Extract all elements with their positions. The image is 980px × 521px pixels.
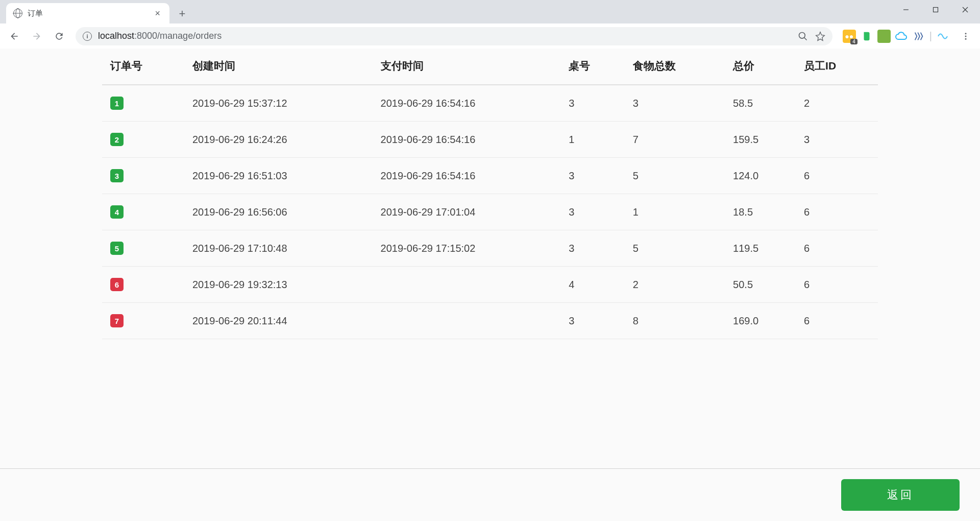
order-id-badge[interactable]: 2 — [110, 133, 124, 146]
svg-point-8 — [965, 38, 967, 39]
col-order-no: 订单号 — [102, 49, 184, 85]
cell-paid-at — [373, 303, 561, 339]
browser-tab[interactable]: 订单 × — [6, 3, 169, 23]
cell-total-price: 169.0 — [725, 303, 796, 339]
cell-table-no: 3 — [560, 230, 624, 267]
extension-icon[interactable] — [877, 30, 891, 43]
browser-chrome: 订单 × + i localhost:8000 — [0, 0, 980, 49]
separator: | — [929, 30, 932, 42]
cell-table-no: 3 — [560, 158, 624, 194]
table-row[interactable]: 42019-06-29 16:56:062019-06-29 17:01:043… — [102, 194, 878, 230]
svg-line-5 — [804, 37, 806, 40]
extension-icon[interactable] — [912, 30, 925, 43]
cell-table-no: 3 — [560, 194, 624, 230]
cell-created-at: 2019-06-29 16:24:26 — [184, 122, 373, 158]
cell-table-no: 4 — [560, 267, 624, 303]
table-header-row: 订单号 创建时间 支付时间 桌号 食物总数 总价 员工ID — [102, 49, 878, 85]
cell-food-count: 3 — [625, 85, 725, 122]
cell-table-no: 3 — [560, 85, 624, 122]
close-window-button[interactable] — [950, 0, 980, 19]
bookmark-star-icon[interactable] — [815, 31, 825, 41]
browser-menu-button[interactable] — [957, 27, 975, 45]
evernote-extension-icon[interactable] — [860, 30, 873, 43]
zoom-icon[interactable] — [798, 31, 808, 41]
cell-paid-at — [373, 267, 561, 303]
extension-icons: ●● | — [840, 30, 952, 43]
extension-icon[interactable]: ●● — [843, 30, 856, 43]
forward-button[interactable] — [28, 27, 46, 45]
extension-icon[interactable] — [936, 30, 949, 43]
site-info-icon[interactable]: i — [83, 32, 92, 41]
cell-employee-id: 3 — [796, 122, 878, 158]
table-row[interactable]: 52019-06-29 17:10:482019-06-29 17:15:023… — [102, 230, 878, 267]
cell-paid-at: 2019-06-29 17:15:02 — [373, 230, 561, 267]
col-food-count: 食物总数 — [625, 49, 725, 85]
back-button[interactable] — [5, 27, 23, 45]
cell-paid-at: 2019-06-29 16:54:16 — [373, 85, 561, 122]
tab-title: 订单 — [28, 9, 148, 18]
cell-paid-at: 2019-06-29 16:54:16 — [373, 122, 561, 158]
cell-created-at: 2019-06-29 17:10:48 — [184, 230, 373, 267]
order-id-badge[interactable]: 6 — [110, 278, 124, 291]
cell-employee-id: 2 — [796, 85, 878, 122]
cell-created-at: 2019-06-29 16:56:06 — [184, 194, 373, 230]
cell-table-no: 3 — [560, 303, 624, 339]
order-id-badge[interactable]: 3 — [110, 169, 124, 182]
cell-total-price: 159.5 — [725, 122, 796, 158]
order-id-badge[interactable]: 7 — [110, 314, 124, 327]
order-id-badge[interactable]: 1 — [110, 97, 124, 110]
orders-table: 订单号 创建时间 支付时间 桌号 食物总数 总价 员工ID 12019-06-2… — [102, 49, 878, 339]
svg-point-6 — [965, 33, 967, 34]
browser-toolbar: i localhost:8000/manage/orders ●● — [0, 23, 980, 49]
new-tab-button[interactable]: + — [174, 5, 191, 22]
globe-icon — [13, 9, 22, 18]
svg-rect-1 — [934, 8, 938, 12]
cell-paid-at: 2019-06-29 16:54:16 — [373, 158, 561, 194]
cell-employee-id: 6 — [796, 303, 878, 339]
maximize-button[interactable] — [921, 0, 950, 19]
tab-bar: 订单 × + — [0, 0, 980, 23]
cell-food-count: 7 — [625, 122, 725, 158]
return-button[interactable]: 返回 — [841, 479, 960, 511]
cell-employee-id: 6 — [796, 194, 878, 230]
address-bar[interactable]: i localhost:8000/manage/orders — [76, 27, 832, 45]
minimize-button[interactable] — [891, 0, 921, 19]
cell-food-count: 2 — [625, 267, 725, 303]
cell-paid-at: 2019-06-29 17:01:04 — [373, 194, 561, 230]
table-row[interactable]: 62019-06-29 19:32:134250.56 — [102, 267, 878, 303]
cell-total-price: 58.5 — [725, 85, 796, 122]
cell-food-count: 1 — [625, 194, 725, 230]
url-path: :8000/manage/orders — [134, 31, 222, 41]
cell-food-count: 5 — [625, 158, 725, 194]
svg-point-7 — [965, 35, 967, 37]
cell-created-at: 2019-06-29 15:37:12 — [184, 85, 373, 122]
cloud-extension-icon[interactable] — [895, 30, 908, 43]
cell-food-count: 5 — [625, 230, 725, 267]
cell-employee-id: 6 — [796, 267, 878, 303]
col-employee-id: 员工ID — [796, 49, 878, 85]
col-total-price: 总价 — [725, 49, 796, 85]
url-host: localhost — [98, 31, 134, 41]
cell-created-at: 2019-06-29 20:11:44 — [184, 303, 373, 339]
cell-total-price: 18.5 — [725, 194, 796, 230]
window-controls — [891, 0, 980, 20]
col-created-at: 创建时间 — [184, 49, 373, 85]
reload-button[interactable] — [50, 27, 68, 45]
cell-created-at: 2019-06-29 19:32:13 — [184, 267, 373, 303]
table-row[interactable]: 22019-06-29 16:24:262019-06-29 16:54:161… — [102, 122, 878, 158]
cell-table-no: 1 — [560, 122, 624, 158]
cell-food-count: 8 — [625, 303, 725, 339]
order-id-badge[interactable]: 5 — [110, 242, 124, 255]
table-row[interactable]: 12019-06-29 15:37:122019-06-29 16:54:163… — [102, 85, 878, 122]
cell-employee-id: 6 — [796, 230, 878, 267]
footer-bar: 返回 — [0, 468, 980, 521]
url-text: localhost:8000/manage/orders — [98, 31, 222, 41]
table-row[interactable]: 72019-06-29 20:11:4438169.06 — [102, 303, 878, 339]
close-tab-icon[interactable]: × — [153, 8, 162, 19]
cell-total-price: 119.5 — [725, 230, 796, 267]
order-id-badge[interactable]: 4 — [110, 205, 124, 219]
table-row[interactable]: 32019-06-29 16:51:032019-06-29 16:54:163… — [102, 158, 878, 194]
page-content: 订单号 创建时间 支付时间 桌号 食物总数 总价 员工ID 12019-06-2… — [0, 49, 980, 521]
col-table-no: 桌号 — [560, 49, 624, 85]
cell-total-price: 124.0 — [725, 158, 796, 194]
